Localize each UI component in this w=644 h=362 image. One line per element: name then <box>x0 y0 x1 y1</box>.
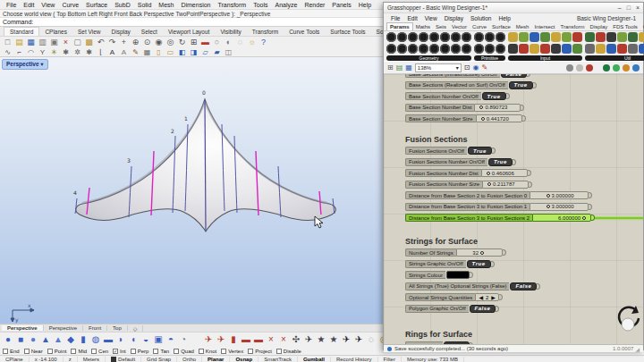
output-nub[interactable] <box>537 283 540 290</box>
osnap-disable[interactable]: Disable <box>276 349 301 354</box>
cygnus-glider2-icon[interactable]: ✈ <box>352 333 365 347</box>
osnap-near[interactable]: Near <box>24 349 43 354</box>
rotate-view-icon[interactable]: ↻ <box>176 38 188 47</box>
output-nub[interactable] <box>591 215 595 221</box>
primitive-component-icon[interactable] <box>496 32 505 42</box>
open-folder-icon[interactable]: ▤ <box>13 38 25 47</box>
util-component-icon[interactable] <box>639 44 644 54</box>
new-file-icon[interactable]: □ <box>2 38 13 47</box>
toggle-value[interactable]: True <box>467 260 491 268</box>
gh-tab-surface[interactable]: Surface <box>489 23 513 30</box>
gh-menu-solution[interactable]: Solution <box>467 15 496 21</box>
patch-icon[interactable]: ◔ <box>177 333 190 347</box>
snowflake-icon[interactable]: ✳ <box>48 48 60 57</box>
cygnus-wing-1-icon[interactable]: ▬ <box>240 333 252 347</box>
input-component-icon[interactable] <box>572 44 582 54</box>
checkbox-icon[interactable] <box>174 349 179 354</box>
redo-icon[interactable]: ↷ <box>106 38 118 47</box>
base-sections-infrastructure-on-off[interactable]: Base Sections (Infrastructure) On/OffFal… <box>405 74 537 78</box>
pot-icon[interactable]: ▭ <box>165 48 176 57</box>
grasshopper-canvas[interactable]: Base Sections (Infrastructure) On/OffFal… <box>384 74 643 344</box>
output-nub[interactable] <box>470 272 473 278</box>
preview-eye-icon[interactable]: ◉ <box>473 63 479 72</box>
stepper-right-icon[interactable]: ▶ <box>491 294 496 300</box>
osnap-icon[interactable]: ○ <box>211 38 223 47</box>
pen-icon[interactable]: ✎ <box>130 48 141 57</box>
undo-icon[interactable]: ↶ <box>95 38 106 47</box>
solid-box-icon[interactable]: ■ <box>14 333 27 347</box>
open-document-icon[interactable]: ▤ <box>396 63 403 72</box>
strings-colour[interactable]: Strings Colour <box>405 271 540 279</box>
util-component-icon[interactable] <box>628 32 638 42</box>
osnap-mid[interactable]: Mid <box>71 349 87 354</box>
solid-tube-icon[interactable]: ▮ <box>77 333 89 347</box>
util-component-icon[interactable] <box>606 32 616 42</box>
solid-sphere-icon[interactable]: ● <box>2 333 14 347</box>
gh-tab-cygnus-tools[interactable]: Cygnus Tools <box>640 23 644 30</box>
output-nub[interactable] <box>527 74 530 77</box>
osnap-tan[interactable]: Tan <box>153 349 169 354</box>
palette-group-label[interactable]: Input <box>508 55 582 61</box>
minimize-button[interactable]: – <box>618 4 622 11</box>
solver-green-icon[interactable] <box>603 64 610 72</box>
osnap-knot[interactable]: Knot <box>199 349 216 354</box>
gear-c-icon[interactable]: ✱ <box>83 48 95 57</box>
slider-value[interactable]: 32 <box>456 248 503 257</box>
toggle-value[interactable]: False <box>510 282 537 290</box>
cygnus-jet-icon[interactable]: ✈ <box>302 333 315 347</box>
cplane-button[interactable]: CPlane <box>0 357 30 362</box>
zoom-dynamic-icon[interactable]: ⊕ <box>130 38 141 47</box>
fusion-sections-on-off[interactable]: Fusion Sections On/OffTrue <box>405 147 595 155</box>
solver-blue-icon[interactable] <box>632 64 640 72</box>
layer-table-icon[interactable]: ⊞ <box>188 38 199 47</box>
close-button[interactable]: × <box>636 4 640 11</box>
slider-distance-from-base-section-3-to-fusion-sections-2[interactable]: Distance from Base Section 3 to Fusion S… <box>405 214 595 222</box>
osnap-cen[interactable]: Cen <box>91 349 108 354</box>
preview-wire-icon[interactable] <box>576 64 583 72</box>
notes-icon[interactable]: ◌ <box>234 38 246 47</box>
slider-value[interactable]: 3.000000 <box>530 203 589 211</box>
geometry-component-icon[interactable] <box>429 32 439 42</box>
toolbar-tab-standard[interactable]: Standard <box>4 27 39 36</box>
util-component-icon[interactable] <box>585 44 595 54</box>
output-nub[interactable] <box>528 170 531 176</box>
save-document-icon[interactable]: ▦ <box>405 63 412 72</box>
pan-icon[interactable]: ◎ <box>165 38 176 47</box>
preview-shaded-icon[interactable] <box>566 64 573 72</box>
cygnus-part-1-icon[interactable]: ▮ <box>227 333 240 347</box>
paste-icon[interactable]: ▩ <box>83 38 95 47</box>
palette-group-label[interactable]: Geometry <box>386 55 471 61</box>
hatch-icon[interactable]: ▦ <box>141 48 153 57</box>
checkbox-icon[interactable] <box>47 349 53 354</box>
zoom-extents-icon[interactable]: ◉ <box>153 38 165 47</box>
toolbar-tab-cplanes[interactable]: CPlanes <box>39 28 72 36</box>
toggle-value[interactable]: True <box>488 158 513 166</box>
menu-subd[interactable]: SubD <box>111 2 134 8</box>
gh-tab-sets[interactable]: Sets <box>433 23 449 30</box>
slider-grip-icon[interactable] <box>480 251 484 255</box>
output-nub[interactable] <box>522 115 526 122</box>
slider-fusion-sections-number-dist[interactable]: Fusion Sections Number Dist0.460606 <box>405 169 595 177</box>
primitive-component-icon[interactable] <box>474 32 484 42</box>
primitive-component-icon[interactable] <box>485 44 495 54</box>
solid-paraboloid-icon[interactable]: ◆ <box>64 333 77 347</box>
output-nub[interactable] <box>496 306 499 312</box>
gh-menu-edit[interactable]: Edit <box>403 15 420 21</box>
toggle-value[interactable]: True <box>482 92 506 100</box>
input-component-icon[interactable] <box>508 44 518 54</box>
output-nub[interactable] <box>506 93 510 99</box>
misc-icon[interactable]: ◫ <box>223 48 234 57</box>
viewport-tab-1[interactable]: Perspective <box>44 325 83 331</box>
mesh-sphere-icon[interactable]: ◒ <box>140 333 152 347</box>
slider-fusion-sections-number-size[interactable]: Fusion Sections Number Size0.211787 <box>405 181 595 189</box>
gh-menu-file[interactable]: File <box>387 15 403 21</box>
output-nub[interactable] <box>589 192 592 198</box>
checkbox-icon[interactable] <box>248 349 253 354</box>
solid-pipe-icon[interactable]: ◗ <box>114 333 127 347</box>
palette-group-label[interactable]: Util <box>585 55 644 61</box>
slider-value[interactable]: 0.211787 <box>482 181 529 189</box>
solid-cone-icon[interactable]: ▲ <box>39 333 52 347</box>
cygnus-star1-icon[interactable]: ★ <box>315 333 327 347</box>
output-nub[interactable] <box>533 82 537 88</box>
cygnus-x2-icon[interactable]: × <box>277 333 290 347</box>
